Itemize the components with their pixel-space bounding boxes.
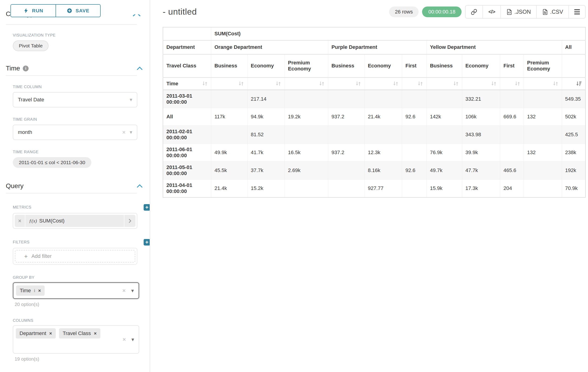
- sort-icon[interactable]: [355, 81, 361, 86]
- pivot-value-cell: 15.2k: [248, 179, 285, 197]
- remove-metric-icon[interactable]: ×: [15, 215, 25, 227]
- pivot-value-cell: [211, 126, 247, 143]
- pivot-value-cell: 76.9k: [427, 143, 462, 161]
- caret-down-icon[interactable]: ▾: [131, 336, 134, 343]
- time-range-value[interactable]: 2011-01-01 ≤ col < 2011-06-30: [13, 157, 91, 168]
- remove-tag-icon[interactable]: ×: [49, 331, 52, 336]
- query-section-header: Query: [0, 182, 150, 190]
- travel-class-header: Economy: [462, 54, 500, 77]
- sort-cell[interactable]: [285, 77, 328, 90]
- dimension-tag[interactable]: Department×: [16, 328, 56, 339]
- sort-icon[interactable]: [553, 81, 558, 86]
- pivot-value-cell: 49.7k: [427, 161, 462, 179]
- sort-cell[interactable]: [427, 77, 462, 90]
- time-column-select[interactable]: Travel Date ▾: [13, 92, 137, 107]
- pivot-value-cell: 217.14: [248, 90, 285, 108]
- sort-cell[interactable]: [462, 77, 500, 90]
- add-metric-button[interactable]: +: [144, 204, 150, 211]
- run-save-button-group: RUN SAVE: [10, 4, 101, 17]
- chart-type-collapse-icon[interactable]: [132, 14, 142, 17]
- time-grain-value: month: [18, 129, 32, 135]
- sort-icon[interactable]: [238, 81, 244, 86]
- columns-select[interactable]: Department×Travel Class× × ▾: [13, 325, 139, 354]
- save-button[interactable]: SAVE: [55, 5, 100, 17]
- time-section-title: Time: [6, 65, 20, 72]
- sort-cell[interactable]: [248, 77, 285, 90]
- remove-tag-icon[interactable]: ×: [38, 288, 41, 293]
- export-json-button[interactable]: .JSON: [500, 6, 536, 18]
- chevron-right-icon[interactable]: [124, 215, 136, 227]
- caret-down-icon[interactable]: ▾: [130, 129, 132, 135]
- row-dimension-sort-cell[interactable]: Time: [163, 77, 211, 90]
- filters-control: + Add filter: [13, 248, 137, 265]
- clear-all-icon[interactable]: ×: [123, 336, 126, 343]
- sort-cell[interactable]: [364, 77, 402, 90]
- sort-icon[interactable]: [393, 81, 399, 86]
- pivot-value-cell: 15.9k: [427, 179, 462, 197]
- pivot-value-cell: [402, 143, 427, 161]
- info-icon: i: [23, 65, 29, 71]
- travel-class-header: First: [500, 54, 524, 77]
- travel-class-header: Economy: [248, 54, 285, 77]
- more-options-button[interactable]: [568, 6, 585, 18]
- sort-icon[interactable]: [491, 81, 497, 86]
- sort-icon[interactable]: [319, 81, 325, 86]
- dimension-tag[interactable]: Travel Class×: [59, 328, 100, 339]
- sort-icon[interactable]: [417, 81, 423, 86]
- department-group-header: Yellow Department: [427, 40, 562, 54]
- pivot-value-cell: 47.7k: [462, 161, 500, 179]
- chevron-up-icon[interactable]: [136, 183, 143, 189]
- sort-icon[interactable]: [202, 81, 208, 86]
- time-grain-select[interactable]: month × ▾: [13, 125, 137, 140]
- pivot-value-cell: [328, 161, 364, 179]
- chevron-up-icon[interactable]: [136, 65, 143, 71]
- pivot-value-cell: 238k: [562, 143, 586, 161]
- add-filter-button[interactable]: +: [144, 239, 150, 245]
- info-icon: i: [34, 288, 35, 293]
- chart-title[interactable]: - untitled: [163, 7, 197, 17]
- run-button[interactable]: RUN: [11, 5, 55, 17]
- pivot-value-cell: 41.7k: [248, 143, 285, 161]
- add-filter-dropzone[interactable]: + Add filter: [15, 250, 135, 263]
- row-label-cell: 2011-04-01 00:00:00: [163, 179, 211, 197]
- pivot-value-cell: 192k: [562, 161, 586, 179]
- sort-cell[interactable]: [402, 77, 427, 90]
- time-section-header: Time i: [0, 65, 150, 72]
- clear-icon[interactable]: ×: [122, 129, 126, 136]
- sort-icon[interactable]: [514, 81, 520, 86]
- sort-cell[interactable]: [328, 77, 364, 90]
- dimension-tag[interactable]: Timei×: [16, 286, 45, 296]
- caret-down-icon[interactable]: ▾: [131, 287, 134, 294]
- pivot-value-cell: 117k: [211, 108, 247, 126]
- code-icon: </>: [488, 9, 495, 15]
- pivot-value-cell: 81.52: [248, 126, 285, 143]
- pivot-value-cell: 669.6: [500, 108, 524, 126]
- clear-all-icon[interactable]: ×: [122, 287, 126, 294]
- pivot-value-cell: 17.3k: [462, 179, 500, 197]
- save-button-label: SAVE: [75, 8, 89, 13]
- view-query-button[interactable]: </>: [483, 6, 500, 18]
- sort-cell-active-desc[interactable]: [562, 77, 586, 90]
- caret-down-icon[interactable]: ▾: [130, 97, 132, 103]
- pivot-value-cell: 132: [524, 143, 562, 161]
- metric-item[interactable]: × ƒ(x) SUM(Cost): [15, 215, 136, 227]
- metrics-label: METRICS: [13, 205, 31, 210]
- group-by-select[interactable]: Timei× × ▾: [13, 282, 139, 299]
- columns-label: COLUMNS: [13, 318, 137, 323]
- visualization-type-value[interactable]: Pivot Table: [13, 41, 49, 51]
- pivot-value-cell: [524, 161, 562, 179]
- remove-tag-icon[interactable]: ×: [94, 331, 97, 336]
- share-link-button[interactable]: [465, 6, 483, 18]
- pivot-data-row: 2011-03-01 00:00:00217.14332.21549.35: [163, 90, 586, 108]
- pivot-value-cell: [364, 90, 402, 108]
- export-csv-button[interactable]: .CSV: [536, 6, 568, 18]
- row-label-cell: 2011-03-01 00:00:00: [163, 90, 211, 108]
- pivot-value-cell: [427, 126, 462, 143]
- time-grain-label: TIME GRAIN: [13, 117, 137, 122]
- sort-icon[interactable]: [453, 81, 459, 86]
- sort-icon[interactable]: [275, 81, 281, 86]
- sort-desc-icon[interactable]: [576, 81, 582, 86]
- sort-cell[interactable]: [524, 77, 562, 90]
- sort-cell[interactable]: [500, 77, 524, 90]
- sort-cell[interactable]: [211, 77, 247, 90]
